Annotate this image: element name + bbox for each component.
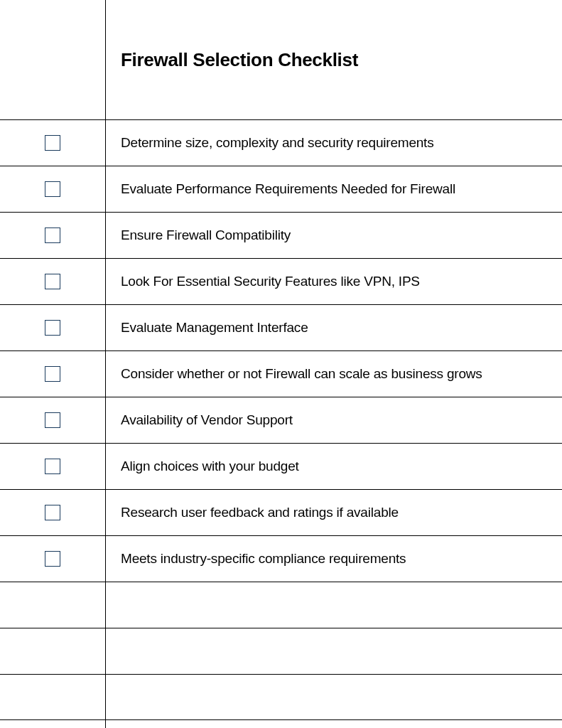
checkbox-cell — [0, 305, 105, 350]
checklist-row: Availability of Vendor Support — [0, 397, 562, 443]
checkbox[interactable] — [45, 505, 60, 520]
empty-row — [0, 628, 562, 674]
checkbox-cell — [0, 675, 105, 719]
checkbox-cell — [0, 259, 105, 304]
checklist-item-label: Consider whether or not Firewall can sca… — [105, 366, 482, 382]
checklist-item-label: Look For Essential Security Features lik… — [105, 274, 420, 289]
checklist-item-label: Evaluate Performance Requirements Needed… — [105, 181, 455, 197]
checkbox-cell — [0, 166, 105, 212]
empty-row — [0, 674, 562, 720]
checklist-row: Ensure Firewall Compatibility — [0, 212, 562, 258]
checkbox-cell — [0, 213, 105, 258]
checkbox[interactable] — [45, 228, 60, 243]
checklist-item-label: Meets industry-specific compliance requi… — [105, 551, 406, 567]
checklist-row: Determine size, complexity and security … — [0, 119, 562, 166]
checkbox[interactable] — [45, 274, 60, 289]
page-title: Firewall Selection Checklist — [121, 49, 358, 71]
checklist-item-label: Ensure Firewall Compatibility — [105, 228, 291, 243]
checkbox[interactable] — [45, 412, 60, 428]
checklist-item-label: Evaluate Management Interface — [105, 320, 308, 336]
checkbox-cell — [0, 444, 105, 489]
checkbox-cell — [0, 397, 105, 443]
checklist-item-label: Research user feedback and ratings if av… — [105, 505, 399, 520]
checkbox[interactable] — [45, 366, 60, 382]
header: Firewall Selection Checklist — [0, 0, 562, 119]
checklist-row: Meets industry-specific compliance requi… — [0, 535, 562, 582]
checkbox[interactable] — [45, 551, 60, 567]
checklist-container: Firewall Selection Checklist Determine s… — [0, 0, 562, 728]
empty-row — [0, 582, 562, 628]
checkbox-cell — [0, 120, 105, 166]
checkbox[interactable] — [45, 135, 60, 151]
checklist-item-label: Availability of Vendor Support — [105, 412, 293, 428]
checkbox[interactable] — [45, 181, 60, 197]
checklist-item-label: Determine size, complexity and security … — [105, 135, 434, 151]
checkbox-cell — [0, 490, 105, 535]
checklist-rows: Determine size, complexity and security … — [0, 119, 562, 720]
checklist-row: Evaluate Management Interface — [0, 304, 562, 350]
checklist-row: Align choices with your budget — [0, 443, 562, 489]
checklist-item-label: Align choices with your budget — [105, 459, 299, 474]
checklist-row: Research user feedback and ratings if av… — [0, 489, 562, 535]
checkbox[interactable] — [45, 459, 60, 474]
checklist-row: Look For Essential Security Features lik… — [0, 258, 562, 304]
checkbox-cell — [0, 536, 105, 582]
checkbox[interactable] — [45, 320, 60, 336]
checkbox-cell — [0, 628, 105, 674]
checklist-row: Consider whether or not Firewall can sca… — [0, 350, 562, 397]
checkbox-cell — [0, 582, 105, 628]
checklist-row: Evaluate Performance Requirements Needed… — [0, 166, 562, 212]
checkbox-cell — [0, 351, 105, 397]
